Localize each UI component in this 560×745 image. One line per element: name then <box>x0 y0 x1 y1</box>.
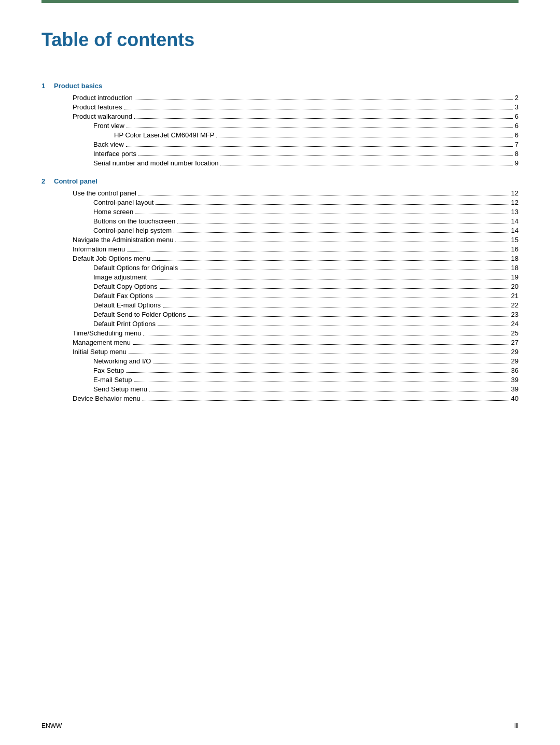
toc-entry-page: 7 <box>515 140 519 148</box>
toc-entry: Default Options for Originals18 <box>41 264 519 272</box>
toc-entry: Navigate the Administration menu15 <box>41 236 519 244</box>
toc-entry-dots <box>129 354 509 354</box>
toc-entry-page: 19 <box>511 273 519 281</box>
toc-entry-page: 39 <box>511 385 519 393</box>
toc-entry-page: 39 <box>511 376 519 384</box>
toc-entry-dots <box>149 279 509 279</box>
footer-left: ENWW <box>41 722 62 729</box>
toc-entry-page: 15 <box>511 236 519 244</box>
toc-entry: Default Fax Options21 <box>41 292 519 300</box>
section-2: 2Control panelUse the control panel12Con… <box>41 177 519 402</box>
toc-entry-dots <box>126 146 513 147</box>
toc-entry-page: 6 <box>515 113 519 120</box>
toc-entry-page: 22 <box>511 301 519 309</box>
toc-entry-text: HP Color LaserJet CM6049f MFP <box>114 131 214 139</box>
toc-entry-text: Image adjustment <box>93 273 147 281</box>
toc-entry: Control-panel layout12 <box>41 199 519 206</box>
toc-entry: Serial number and model number location9 <box>41 159 519 167</box>
toc-entry-dots <box>156 204 509 205</box>
toc-entry: Default E-mail Options22 <box>41 301 519 309</box>
toc-entry-page: 40 <box>511 395 519 402</box>
toc-entry-text: Home screen <box>93 208 133 216</box>
toc-entry: Information menu16 <box>41 245 519 253</box>
toc-entry-dots <box>134 118 513 119</box>
toc-entry-text: Use the control panel <box>73 189 136 197</box>
toc-entry: Default Print Options24 <box>41 320 519 328</box>
toc-entry-page: 18 <box>511 255 519 262</box>
toc-entry-text: Buttons on the touchscreen <box>93 217 175 225</box>
toc-entry-text: Back view <box>93 140 124 148</box>
toc-entry-page: 13 <box>511 208 519 216</box>
toc-entry-text: Product features <box>73 103 122 111</box>
toc-entry-text: Default Job Options menu <box>73 255 150 262</box>
toc-entry-text: Default Fax Options <box>93 292 153 300</box>
footer: ENWW iii <box>41 722 519 729</box>
toc-entry-page: 29 <box>511 348 519 356</box>
toc-entry-dots <box>149 391 509 391</box>
top-bar <box>41 0 519 3</box>
toc-entry-page: 2 <box>515 94 519 102</box>
toc-entry: Buttons on the touchscreen14 <box>41 217 519 225</box>
toc-entry: Default Send to Folder Options23 <box>41 311 519 318</box>
toc-entry-text: Default Options for Originals <box>93 264 178 272</box>
toc-entry-text: Initial Setup menu <box>73 348 127 356</box>
toc-entry: Networking and I/O29 <box>41 357 519 365</box>
toc-entry-text: Product introduction <box>73 94 133 102</box>
toc-entry-text: Default Print Options <box>93 320 156 328</box>
toc-entry-dots <box>155 298 509 298</box>
toc-entry-page: 23 <box>511 311 519 318</box>
toc-entry-text: Serial number and model number location <box>93 159 218 167</box>
section-title-2: Control panel <box>54 177 97 185</box>
toc-entry: Product introduction2 <box>41 94 519 102</box>
section-number-1: 1 <box>41 82 50 90</box>
toc-entry-dots <box>174 232 509 233</box>
toc-entry: Default Copy Options20 <box>41 283 519 290</box>
toc-entry-page: 12 <box>511 199 519 206</box>
toc-entry: Fax Setup36 <box>41 367 519 374</box>
toc-entry: Interface ports8 <box>41 150 519 158</box>
toc-entry-dots <box>158 326 509 326</box>
toc-entry-dots <box>175 242 509 242</box>
toc-entry: Front view6 <box>41 122 519 130</box>
section-1: 1Product basicsProduct introduction2Prod… <box>41 82 519 167</box>
toc-entry: Home screen13 <box>41 208 519 216</box>
toc-entry-page: 25 <box>511 329 519 337</box>
toc-entry-dots <box>124 109 512 109</box>
toc-entry-text: Time/Scheduling menu <box>73 329 141 337</box>
toc-entry-text: E-mail Setup <box>93 376 132 384</box>
toc-entry-text: Default E-mail Options <box>93 301 161 309</box>
toc-entry-page: 14 <box>511 217 519 225</box>
toc-entry-page: 18 <box>511 264 519 272</box>
toc-entry-page: 6 <box>515 131 519 139</box>
toc-entry-page: 16 <box>511 245 519 253</box>
toc-entry: Control-panel help system14 <box>41 227 519 234</box>
toc-entry-dots <box>138 156 513 156</box>
toc-entry-page: 8 <box>515 150 519 158</box>
toc-entry-dots <box>135 100 513 100</box>
toc-entry: E-mail Setup39 <box>41 376 519 384</box>
section-header-2: 2Control panel <box>41 177 519 185</box>
toc-entry-dots <box>163 307 509 307</box>
section-title-1: Product basics <box>54 82 102 90</box>
toc-entry-text: Fax Setup <box>93 367 124 374</box>
toc-entry-dots <box>153 363 509 363</box>
toc-entry-page: 29 <box>511 357 519 365</box>
toc-entry-text: Default Send to Folder Options <box>93 311 186 318</box>
toc-entry-page: 24 <box>511 320 519 328</box>
section-number-2: 2 <box>41 177 50 185</box>
toc-entry: Back view7 <box>41 140 519 148</box>
toc-entry-dots <box>127 251 509 251</box>
toc-entry: Send Setup menu39 <box>41 385 519 393</box>
toc-entry: Use the control panel12 <box>41 189 519 197</box>
toc-entry-dots <box>143 335 509 335</box>
toc-entry: Product features3 <box>41 103 519 111</box>
toc-entry-dots <box>143 400 509 401</box>
toc-entry-page: 6 <box>515 122 519 130</box>
toc-entry-text: Management menu <box>73 339 131 346</box>
toc-entry: HP Color LaserJet CM6049f MFP6 <box>41 131 519 139</box>
toc-entry-dots <box>220 165 512 165</box>
toc-entry-text: Control-panel layout <box>93 199 153 206</box>
toc-entry-text: Control-panel help system <box>93 227 172 234</box>
toc-entry-page: 21 <box>511 292 519 300</box>
toc-entry: Device Behavior menu40 <box>41 395 519 402</box>
